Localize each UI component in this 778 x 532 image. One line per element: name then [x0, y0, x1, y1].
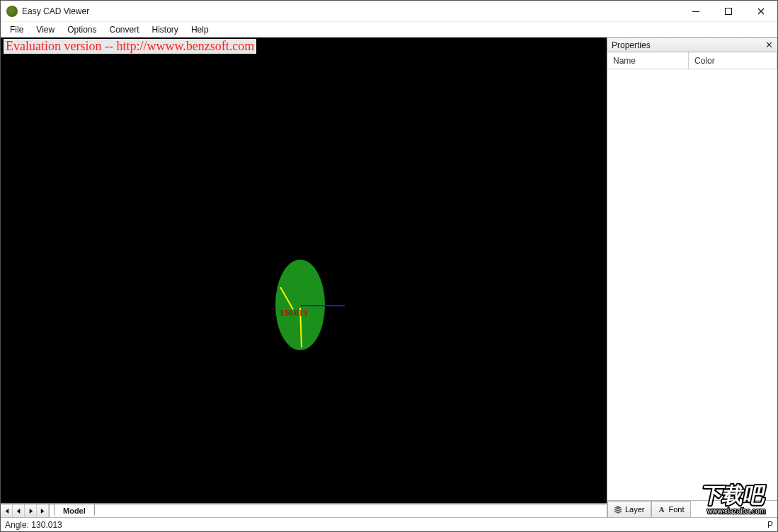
tab-nav-first[interactable] — [1, 504, 13, 517]
svg-rect-1 — [726, 8, 732, 14]
layout-tab-strip: Model — [1, 503, 607, 517]
layers-icon — [614, 505, 622, 514]
properties-panel: Properties ✕ Name Color Layer A Font — [607, 37, 777, 517]
menu-help[interactable]: Help — [185, 23, 215, 36]
font-icon: A — [658, 505, 666, 514]
app-window: Easy CAD Viewer File View Options Conver… — [0, 0, 778, 532]
status-right: P — [767, 520, 773, 530]
menu-history[interactable]: History — [146, 23, 185, 36]
status-angle: Angle: 130.013 — [5, 520, 767, 530]
tab-nav-prev[interactable] — [13, 504, 25, 517]
window-title: Easy CAD Viewer — [22, 6, 680, 16]
drawing-canvas[interactable]: Evaluation version -- http://wwww.benzso… — [1, 37, 607, 503]
canvas-pane: Evaluation version -- http://wwww.benzso… — [1, 37, 607, 517]
properties-tab-layer-label: Layer — [625, 505, 645, 514]
tab-nav-last[interactable] — [37, 504, 49, 517]
properties-tab-font[interactable]: A Font — [651, 501, 691, 517]
maximize-button[interactable] — [712, 1, 745, 21]
cad-angle-value: 130.013 — [280, 308, 307, 318]
properties-body — [607, 69, 777, 500]
tab-nav-buttons — [1, 504, 50, 517]
app-icon — [6, 6, 18, 17]
properties-tab-font-label: Font — [669, 505, 685, 514]
minimize-button[interactable] — [680, 1, 712, 21]
main-area: Evaluation version -- http://wwww.benzso… — [1, 37, 777, 517]
menu-options[interactable]: Options — [61, 23, 103, 36]
close-button[interactable] — [745, 1, 777, 21]
tab-model[interactable]: Model — [54, 504, 95, 516]
properties-columns: Name Color — [607, 52, 777, 69]
evaluation-banner: Evaluation version -- http://wwww.benzso… — [4, 39, 256, 54]
tab-nav-next[interactable] — [25, 504, 37, 517]
cad-axis-line — [301, 305, 345, 306]
properties-close-icon[interactable]: ✕ — [765, 40, 773, 50]
menu-file[interactable]: File — [4, 23, 30, 36]
properties-header: Properties ✕ — [607, 38, 777, 52]
title-bar: Easy CAD Viewer — [1, 1, 777, 22]
menu-convert[interactable]: Convert — [103, 23, 146, 36]
svg-rect-0 — [692, 11, 699, 12]
properties-title: Properties — [612, 40, 765, 50]
menu-view[interactable]: View — [30, 23, 61, 36]
properties-col-color[interactable]: Color — [689, 52, 777, 69]
properties-col-name[interactable]: Name — [607, 52, 689, 69]
properties-bottom-tabs: Layer A Font — [607, 500, 777, 517]
menu-bar: File View Options Convert History Help — [1, 22, 777, 37]
status-bar: Angle: 130.013 P — [1, 517, 777, 531]
properties-tab-layer[interactable]: Layer — [607, 501, 651, 517]
window-controls — [680, 1, 777, 21]
